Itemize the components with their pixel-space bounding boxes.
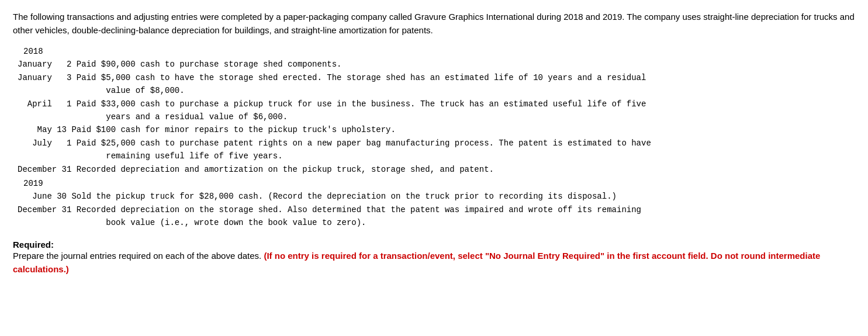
transaction-date: January 3 [18,73,77,82]
transaction-date: January 2 [18,60,77,69]
transaction-text: Recorded depreciation on the storage she… [77,205,641,214]
transaction-date: July 1 [18,138,77,148]
transaction-continuation: years and a residual value of $6,000. [18,112,288,122]
transaction-jan-2: January 2 Paid $90,000 cash to purchase … [18,58,855,71]
intro-paragraph: The following transactions and adjusting… [13,11,855,37]
transaction-date: May 13 [18,125,71,134]
transaction-date: June 30 [18,192,71,201]
transaction-text: Recorded depreciation and amortization o… [77,165,494,174]
transaction-jan-3: January 3 Paid $5,000 cash to have the s… [18,71,855,84]
transaction-dec-31-2019: December 31 Recorded depreciation on the… [18,203,855,216]
required-section: Required: Prepare the journal entries re… [13,240,855,276]
transaction-text: Paid $100 cash for minor repairs to the … [71,125,396,134]
transaction-continuation: remaining useful life of five years. [18,151,283,161]
transaction-jul-1: July 1 Paid $25,000 cash to purchase pat… [18,137,855,150]
transaction-text: Paid $25,000 cash to purchase patent rig… [77,138,651,148]
transaction-continuation: book value (i.e., wrote down the book va… [18,218,366,227]
transaction-may-13: May 13 Paid $100 cash for minor repairs … [18,123,855,136]
required-text-part1: Prepare the journal entries required on … [13,251,264,261]
transaction-text: Paid $33,000 cash to purchase a pickup t… [77,99,646,109]
year-2019-label: 2019 [23,177,855,190]
transaction-jun-30: June 30 Sold the pickup truck for $28,00… [18,190,855,203]
transaction-apr-1-cont: years and a residual value of $6,000. [18,110,855,123]
required-label: Required: [13,240,855,250]
transactions-block: 2018 January 2 Paid $90,000 cash to purc… [18,45,855,229]
transaction-date: April 1 [18,99,77,109]
transaction-text: Sold the pickup truck for $28,000 cash. … [71,192,617,201]
transaction-dec-31-2019-cont: book value (i.e., wrote down the book va… [18,216,855,229]
transaction-text: Paid $5,000 cash to have the storage she… [77,73,646,82]
transaction-continuation: value of $8,000. [18,86,185,95]
transaction-text: Paid $90,000 cash to purchase storage sh… [77,60,342,69]
transaction-apr-1: April 1 Paid $33,000 cash to purchase a … [18,98,855,110]
intro-text: The following transactions and adjusting… [13,11,855,37]
transaction-date: December 31 [18,205,77,214]
transaction-dec-31-2018: December 31 Recorded depreciation and am… [18,163,855,176]
transaction-jul-1-cont: remaining useful life of five years. [18,150,855,162]
year-2018-label: 2018 [23,45,855,58]
transaction-date: December 31 [18,165,77,174]
transaction-jan-3-cont: value of $8,000. [18,84,855,97]
required-text: Prepare the journal entries required on … [13,250,855,276]
